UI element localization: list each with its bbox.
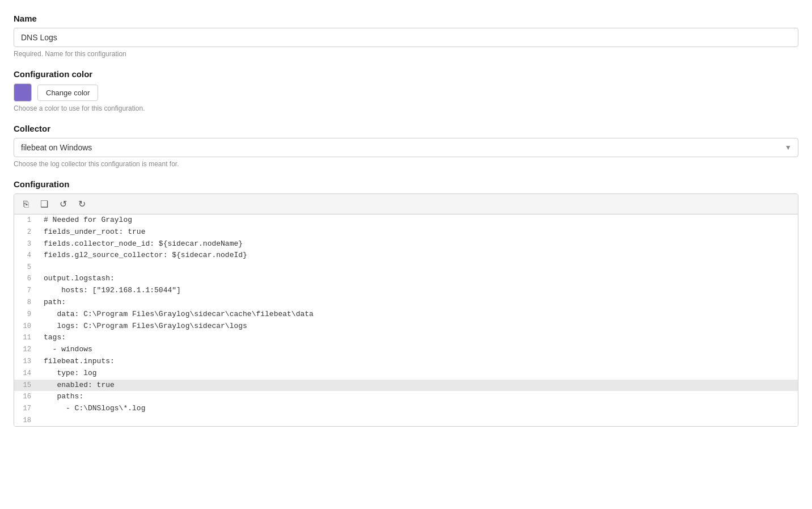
- line-number: 12: [14, 344, 37, 356]
- redo-icon-button[interactable]: ↻: [76, 197, 88, 211]
- line-number: 3: [14, 238, 37, 250]
- table-row: 18: [14, 415, 798, 426]
- line-content: data: C:\Program Files\Graylog\sidecar\c…: [37, 309, 798, 321]
- table-row: 14 type: log: [14, 368, 798, 380]
- table-row: 2fields_under_root: true: [14, 226, 798, 238]
- line-content: - C:\DNSlogs\*.log: [37, 403, 798, 415]
- code-editor[interactable]: 1# Needed for Graylog2fields_under_root:…: [14, 214, 798, 426]
- line-number: 7: [14, 285, 37, 297]
- name-input[interactable]: [14, 28, 798, 47]
- table-row: 10 logs: C:\Program Files\Graylog\sideca…: [14, 321, 798, 333]
- line-content: fields.collector_node_id: ${sidecar.node…: [37, 238, 798, 250]
- redo-icon: ↻: [78, 199, 86, 209]
- change-color-button[interactable]: Change color: [37, 85, 98, 101]
- table-row: 4fields.gl2_source_collector: ${sidecar.…: [14, 250, 798, 262]
- paste-icon: ❑: [40, 199, 48, 209]
- line-number: 4: [14, 250, 37, 262]
- configuration-section: Configuration ⎘ ❑ ↺ ↻ 1# Needed for Gray…: [14, 179, 798, 427]
- table-row: 15 enabled: true: [14, 380, 798, 392]
- collector-section: Collector filebeat on Windows filebeat o…: [14, 124, 798, 168]
- line-content: # Needed for Graylog: [37, 214, 798, 226]
- configuration-label: Configuration: [14, 179, 798, 189]
- table-row: 7 hosts: ["192.168.1.1:5044"]: [14, 285, 798, 297]
- color-section: Configuration color Change color Choose …: [14, 69, 798, 112]
- line-content: hosts: ["192.168.1.1:5044"]: [37, 285, 798, 297]
- collector-select-wrapper: filebeat on Windows filebeat on Linux nx…: [14, 138, 798, 157]
- line-number: 1: [14, 214, 37, 226]
- line-number: 8: [14, 297, 37, 309]
- line-content: tags:: [37, 332, 798, 344]
- line-content: [37, 262, 798, 273]
- table-row: 12 - windows: [14, 344, 798, 356]
- line-number: 2: [14, 226, 37, 238]
- line-number: 11: [14, 332, 37, 344]
- copy-icon-button[interactable]: ⎘: [21, 198, 31, 211]
- table-row: 11tags:: [14, 332, 798, 344]
- color-swatch[interactable]: [14, 83, 32, 102]
- undo-icon: ↺: [60, 199, 67, 209]
- line-content: output.logstash:: [37, 273, 798, 285]
- collector-select[interactable]: filebeat on Windows filebeat on Linux nx…: [14, 138, 798, 157]
- line-number: 14: [14, 368, 37, 380]
- name-help-text: Required. Name for this configuration: [14, 50, 798, 58]
- line-number: 5: [14, 262, 37, 273]
- line-number: 13: [14, 356, 37, 368]
- name-label: Name: [14, 14, 798, 23]
- table-row: 8path:: [14, 297, 798, 309]
- line-content: logs: C:\Program Files\Graylog\sidecar\l…: [37, 321, 798, 333]
- editor-toolbar: ⎘ ❑ ↺ ↻: [14, 194, 798, 214]
- table-row: 1# Needed for Graylog: [14, 214, 798, 226]
- table-row: 6output.logstash:: [14, 273, 798, 285]
- line-content: fields.gl2_source_collector: ${sidecar.n…: [37, 250, 798, 262]
- copy-icon: ⎘: [23, 199, 29, 209]
- line-content: paths:: [37, 391, 798, 403]
- table-row: 17 - C:\DNSlogs\*.log: [14, 403, 798, 415]
- undo-icon-button[interactable]: ↺: [57, 197, 69, 211]
- line-content: path:: [37, 297, 798, 309]
- line-number: 9: [14, 309, 37, 321]
- line-number: 6: [14, 273, 37, 285]
- line-number: 17: [14, 403, 37, 415]
- line-content: fields_under_root: true: [37, 226, 798, 238]
- editor-container: ⎘ ❑ ↺ ↻ 1# Needed for Graylog2fields_und…: [14, 193, 798, 427]
- color-help-text: Choose a color to use for this configura…: [14, 104, 798, 112]
- line-content: type: log: [37, 368, 798, 380]
- table-row: 16 paths:: [14, 391, 798, 403]
- line-number: 18: [14, 415, 37, 426]
- line-number: 16: [14, 391, 37, 403]
- line-number: 15: [14, 380, 37, 392]
- table-row: 5: [14, 262, 798, 273]
- line-content: - windows: [37, 344, 798, 356]
- line-content: filebeat.inputs:: [37, 356, 798, 368]
- table-row: 3fields.collector_node_id: ${sidecar.nod…: [14, 238, 798, 250]
- table-row: 9 data: C:\Program Files\Graylog\sidecar…: [14, 309, 798, 321]
- color-label: Configuration color: [14, 69, 798, 79]
- line-number: 10: [14, 321, 37, 333]
- paste-icon-button[interactable]: ❑: [38, 197, 50, 211]
- table-row: 13filebeat.inputs:: [14, 356, 798, 368]
- line-content: enabled: true: [37, 380, 798, 392]
- collector-label: Collector: [14, 124, 798, 133]
- line-content: [37, 415, 798, 426]
- collector-help-text: Choose the log collector this configurat…: [14, 160, 798, 168]
- color-row: Change color: [14, 83, 798, 102]
- name-section: Name Required. Name for this configurati…: [14, 14, 798, 58]
